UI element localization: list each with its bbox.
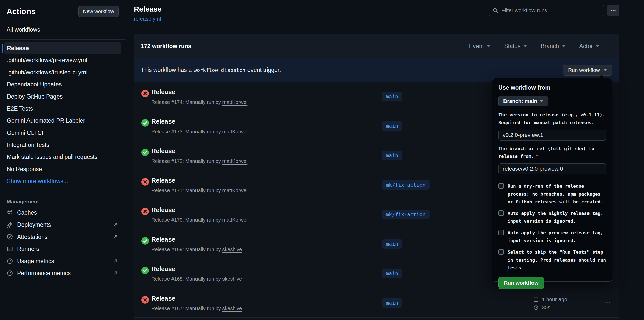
run-duration: 35s [542, 304, 550, 310]
popover-checkbox-row: Auto apply the preview release tag, inpu… [498, 229, 606, 244]
run-description: Release #170: Manually run by mattKorwel [151, 217, 247, 223]
actions-sidebar: Actions New workflow All workflows Relea… [0, 0, 125, 320]
run-title-link[interactable]: Release [151, 236, 175, 243]
branch-badge[interactable]: mk/fix-action [382, 210, 430, 219]
sidebar-workflow-item[interactable]: Mark stale issues and pull requests [4, 151, 121, 163]
run-description: Release #173: Manually run by mattKorwel [151, 129, 247, 135]
branch-badge[interactable]: mk/fix-action [382, 180, 430, 190]
run-title-link[interactable]: Release [151, 118, 175, 125]
run-meta: 1 hour ago 35s [533, 295, 567, 311]
run-description: Release #168: Manually run by skeshive [151, 276, 242, 282]
sidebar-show-more-link[interactable]: Show more workflows... [4, 175, 121, 187]
banner-code: workflow_dispatch [192, 67, 247, 73]
sidebar-workflow-item[interactable]: Release [4, 42, 121, 54]
run-description: Release #172: Manually run by mattKorwel [151, 158, 247, 164]
run-workflow-dropdown-button[interactable]: Run workflow [563, 65, 612, 76]
run-description: Release #171: Manually run by mattKorwel [151, 188, 247, 194]
external-link-icon [113, 270, 118, 276]
sidebar-workflow-item[interactable]: E2E Tests [4, 103, 121, 115]
actor-link[interactable]: skeshive [222, 306, 242, 311]
sidebar-workflow-item[interactable]: Deploy GitHub Pages [4, 90, 121, 103]
sidebar-item-caches[interactable]: Caches [0, 207, 125, 219]
branch-badge[interactable]: main [382, 151, 402, 160]
sidebar-item-usage-metrics[interactable]: Usage metrics [0, 255, 125, 267]
filter-dropdown-actor[interactable]: Actor [579, 43, 599, 50]
actor-link[interactable]: skeshive [222, 247, 242, 252]
failure-icon [141, 90, 149, 97]
sidebar-workflow-item[interactable]: Gemini CLI CI [4, 127, 121, 139]
workflow-options-kebab-button[interactable] [607, 5, 619, 16]
success-icon [141, 237, 149, 245]
run-workflow-popover: Use workflow from Branch: main The versi… [492, 78, 612, 282]
branch-badge[interactable]: main [382, 298, 402, 308]
run-description: Release #169: Manually run by skeshive [151, 247, 242, 252]
meter-icon [7, 270, 13, 276]
checkbox[interactable] [498, 210, 504, 216]
actor-link[interactable]: mattKorwel [222, 158, 247, 164]
actor-link[interactable]: skeshive [222, 276, 242, 282]
workflow-file-link[interactable]: release.yml [134, 16, 162, 22]
run-description: Release #167: Manually run by skeshive [151, 306, 242, 311]
calendar-icon [533, 297, 539, 302]
run-title-link[interactable]: Release [151, 177, 175, 184]
filter-dropdown-status[interactable]: Status [504, 43, 527, 50]
branch-select-button[interactable]: Branch: main [498, 96, 548, 106]
sidebar-item-deployments[interactable]: Deployments [0, 219, 125, 231]
sidebar-title: Actions [7, 7, 36, 16]
run-kebab-menu[interactable] [604, 300, 610, 306]
chevron-down-icon [596, 45, 599, 47]
run-time: 1 hour ago [542, 296, 567, 302]
runs-count: 172 workflow runs [141, 43, 191, 50]
version-input[interactable] [498, 130, 606, 141]
filter-dropdown-event[interactable]: Event [469, 43, 490, 50]
actor-link[interactable]: mattKorwel [222, 129, 247, 134]
sidebar-item-label: Attestations [17, 234, 47, 240]
meter-icon [7, 258, 13, 264]
branch-badge[interactable]: main [382, 239, 402, 249]
sidebar-item-label: Usage metrics [17, 258, 54, 265]
checkbox-label: Run a dry-run of the release process; no… [508, 182, 603, 206]
run-title-link[interactable]: Release [151, 88, 175, 96]
run-workflow-submit-button[interactable]: Run workflow [498, 277, 544, 289]
version-help-text: The version to release (e.g., v0.1.11). … [498, 111, 606, 126]
sidebar-workflow-item[interactable]: Dependabot Updates [4, 78, 121, 90]
sidebar-workflow-item[interactable]: Gemini Automated PR Labeler [4, 115, 121, 127]
actor-link[interactable]: mattKorwel [222, 99, 247, 105]
success-icon [141, 267, 149, 274]
banner-text-prefix: This workflow has a [141, 67, 192, 73]
branch-badge[interactable]: main [382, 121, 402, 131]
cache-icon [7, 209, 13, 216]
sidebar-item-label: Caches [17, 209, 37, 216]
actor-link[interactable]: mattKorwel [222, 188, 247, 193]
sidebar-item-attestations[interactable]: Attestations [0, 231, 125, 243]
required-asterisk: * [536, 154, 538, 159]
branch-badge[interactable]: main [382, 269, 402, 278]
filter-workflow-runs-input[interactable] [489, 5, 604, 16]
sidebar-item-label: Runners [17, 246, 39, 252]
management-heading: Management [7, 199, 125, 205]
server-icon [7, 246, 13, 252]
branch-badge[interactable]: main [382, 92, 402, 101]
ref-input[interactable] [498, 163, 606, 174]
sidebar-workflow-item[interactable]: .github/workflows/pr-review.yml [4, 54, 121, 66]
sidebar-item-runners[interactable]: Runners [0, 243, 125, 255]
checkbox[interactable] [498, 249, 504, 255]
new-workflow-button[interactable]: New workflow [78, 6, 119, 17]
checkbox[interactable] [498, 230, 504, 235]
run-title-link[interactable]: Release [151, 147, 175, 155]
sidebar-item-performance-metrics[interactable]: Performance metrics [0, 267, 125, 279]
run-title-link[interactable]: Release [151, 206, 175, 214]
checkbox[interactable] [498, 183, 504, 189]
sidebar-item-all-workflows[interactable]: All workflows [0, 24, 125, 36]
sidebar-workflow-item[interactable]: Integration Tests [4, 139, 121, 151]
banner-text-suffix: event trigger. [247, 67, 281, 73]
workflow-run-row[interactable]: Release Release #167: Manually run by sk… [134, 288, 619, 318]
sidebar-workflow-item[interactable]: .github/workflows/trusted-ci.yml [4, 66, 121, 78]
run-title-link[interactable]: Release [151, 265, 175, 273]
filter-dropdown-branch[interactable]: Branch [541, 43, 566, 50]
search-icon [493, 8, 498, 13]
sidebar-workflow-item[interactable]: No Response [4, 163, 121, 175]
success-icon [141, 149, 149, 156]
run-title-link[interactable]: Release [151, 295, 175, 302]
actor-link[interactable]: mattKorwel [222, 217, 247, 223]
